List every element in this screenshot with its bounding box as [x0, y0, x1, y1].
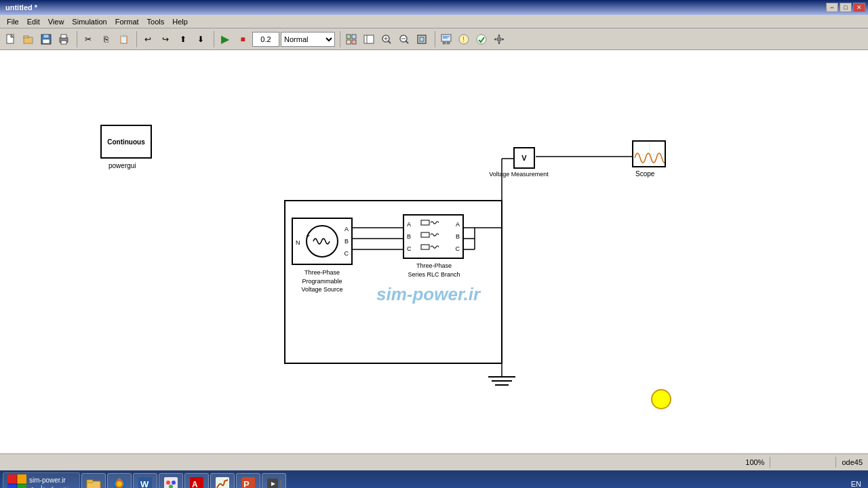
rlc-a-right: A [456, 221, 460, 228]
svg-rect-3 [24, 36, 28, 38]
menu-view[interactable]: View [44, 16, 68, 27]
svg-rect-13 [352, 40, 356, 44]
taskbar-word[interactable]: W [133, 473, 157, 488]
menu-simulation[interactable]: Simulation [68, 16, 111, 27]
library-button[interactable] [343, 31, 359, 47]
toolbar-separator-5 [433, 31, 435, 47]
powergui-sublabel: powergui [108, 162, 136, 169]
rlc-c-left: C [407, 245, 412, 252]
logo-svg [7, 474, 26, 488]
svg-point-72 [117, 481, 122, 487]
simulation-settings-button[interactable] [491, 31, 507, 47]
zoom-out-button[interactable] [396, 31, 412, 47]
powergui-label: Continuous [107, 138, 145, 146]
taskbar-logo: sim-power.ir مهندس عربعامری [3, 472, 80, 488]
sim-time-input[interactable]: 0.2 [252, 32, 279, 47]
svg-rect-66 [17, 484, 26, 488]
coverage-button[interactable] [473, 31, 490, 47]
maximize-button[interactable]: □ [840, 3, 852, 12]
cursor [651, 389, 671, 409]
sim-mode-select[interactable]: Normal Accelerator Rapid Accelerator [281, 32, 335, 47]
paint-icon [163, 476, 178, 488]
toolbar-separator-2 [134, 31, 137, 47]
taskbar-firefox[interactable] [107, 473, 132, 488]
logo-text: sim-power.ir مهندس عربعامری [29, 476, 75, 488]
paste-button[interactable]: 📋 [115, 31, 132, 47]
svg-rect-64 [17, 474, 26, 484]
svg-point-77 [172, 481, 176, 485]
nav-fwd-button[interactable]: ⬇ [193, 31, 209, 47]
svg-rect-14 [364, 35, 374, 43]
model-advisor-button[interactable]: ! [456, 31, 472, 47]
taskbar-language: EN [847, 480, 865, 488]
taskbar-folder[interactable] [81, 473, 106, 488]
open-button[interactable] [20, 31, 37, 47]
taskbar-powerpoint[interactable]: P [236, 473, 260, 488]
title-bar: untitled * − □ ✕ [0, 0, 868, 15]
source-block[interactable]: N + A B C [292, 218, 353, 265]
zoom-level: 100% [745, 458, 764, 466]
menu-bar: File Edit View Simulation Format Tools H… [0, 15, 868, 28]
copy-button[interactable]: ⎘ [98, 31, 114, 47]
undo-button[interactable]: ↩ [140, 31, 156, 47]
redo-button[interactable]: ↪ [157, 31, 174, 47]
powergui-block[interactable]: Continuous [100, 125, 152, 159]
fit-button[interactable] [414, 31, 430, 47]
taskbar-video[interactable] [262, 473, 286, 488]
source-a-label: A [344, 226, 349, 232]
svg-rect-5 [43, 35, 49, 38]
status-bar: 100% ode45 [0, 453, 868, 470]
svg-marker-85 [280, 480, 281, 488]
svg-rect-6 [43, 39, 50, 43]
taskbar-acrobat[interactable]: A [184, 473, 209, 488]
cut-button[interactable]: ✂ [80, 31, 96, 47]
zoom-in-button[interactable] [378, 31, 395, 47]
svg-line-17 [388, 41, 391, 43]
word-icon: W [138, 476, 153, 488]
window-title: untitled * [3, 3, 37, 12]
run-button[interactable]: ▶ [217, 31, 233, 47]
status-sep-1 [770, 457, 770, 468]
menu-file[interactable]: File [3, 16, 23, 27]
watermark: sim-power.ir [376, 284, 480, 305]
minimize-button[interactable]: − [826, 3, 838, 12]
vm-box: V [513, 147, 535, 169]
svg-rect-65 [7, 484, 17, 488]
stop-button[interactable]: ■ [235, 31, 251, 47]
firefox-icon [112, 476, 127, 488]
svg-point-76 [166, 481, 170, 485]
svg-point-33 [497, 37, 501, 41]
svg-rect-70 [87, 480, 93, 483]
nav-back-button[interactable]: ⬆ [175, 31, 191, 47]
source-b-label: B [344, 238, 349, 245]
rlc-c-right: C [456, 245, 460, 252]
svg-rect-59 [421, 245, 429, 249]
save-button[interactable] [38, 31, 54, 47]
scope-block[interactable] [632, 140, 666, 167]
menu-format[interactable]: Format [111, 16, 143, 27]
voltage-measurement-block[interactable]: V [513, 147, 535, 169]
new-button[interactable] [3, 31, 19, 47]
voltage-measurement-label: Voltage Measurement [475, 171, 563, 178]
toolbar-separator-4 [338, 31, 340, 47]
logo-icon [7, 474, 26, 488]
print-button[interactable] [56, 31, 72, 47]
svg-rect-9 [61, 41, 66, 44]
data-inspector-button[interactable] [438, 31, 454, 47]
taskbar-paint[interactable] [159, 473, 183, 488]
close-button[interactable]: ✕ [853, 3, 865, 12]
svg-point-32 [477, 35, 486, 44]
rlc-block[interactable]: A B C A B C [403, 214, 464, 259]
canvas[interactable]: + v Continuous powergui N + A B C Three-… [0, 50, 868, 453]
source-n-label: N [296, 239, 300, 246]
powerpoint-icon: P [241, 476, 256, 488]
menu-help[interactable]: Help [168, 16, 192, 27]
source-sine-icon [312, 235, 332, 248]
ode-solver: ode45 [842, 458, 863, 466]
menu-tools[interactable]: Tools [143, 16, 169, 27]
rlc-b-left: B [407, 233, 411, 240]
taskbar-matlab[interactable] [210, 473, 235, 488]
model-browser-button[interactable] [361, 31, 377, 47]
menu-edit[interactable]: Edit [23, 16, 44, 27]
svg-rect-27 [447, 42, 450, 44]
